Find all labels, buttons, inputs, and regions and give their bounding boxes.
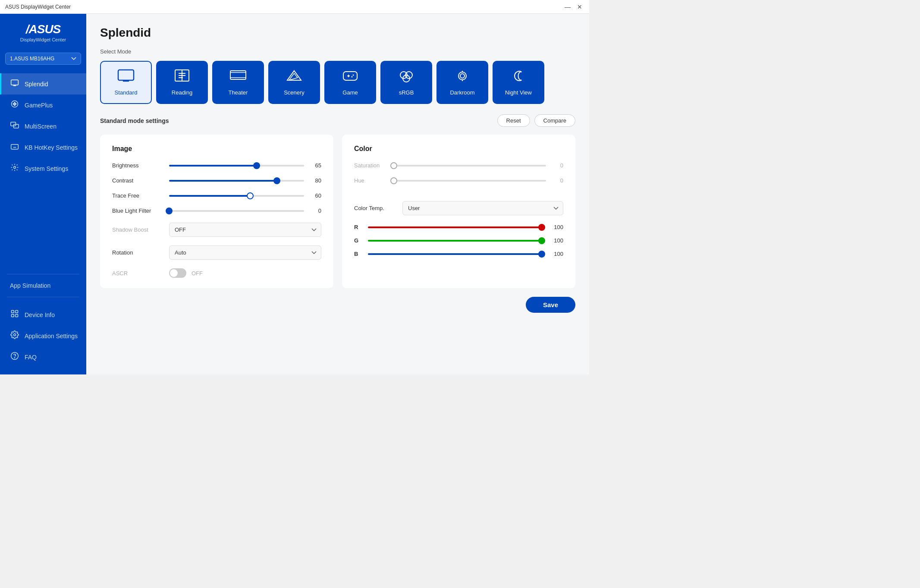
trace-free-label: Trace Free (112, 192, 164, 199)
rotation-row: Rotation Auto 0° 90° 180° 270° (112, 245, 321, 260)
trace-free-row: Trace Free 60 (112, 192, 321, 199)
game-icon (342, 69, 359, 86)
svg-rect-0 (11, 80, 19, 85)
b-slider[interactable] (368, 253, 544, 255)
saturation-slider[interactable] (394, 165, 546, 167)
svg-point-46 (460, 74, 465, 78)
hue-slider[interactable] (394, 180, 546, 182)
r-value: 100 (549, 224, 563, 230)
g-value: 100 (549, 237, 563, 244)
sidebar-item-faq[interactable]: FAQ (0, 346, 86, 368)
gameplus-icon (10, 100, 19, 110)
sidebar-bottom: Device Info Application Settings FAQ (0, 301, 86, 374)
svg-rect-32 (230, 71, 246, 79)
device-select[interactable]: 1.ASUS MB16AHG (5, 53, 81, 65)
contrast-thumb[interactable] (273, 177, 280, 184)
panels-row: Image Brightness 65 Contrast 80 (100, 135, 575, 288)
rotation-select[interactable]: Auto 0° 90° 180° 270° (169, 245, 321, 260)
compare-button[interactable]: Compare (534, 114, 575, 127)
multiscreen-icon (10, 121, 19, 132)
sidebar-item-app-simulation[interactable]: App Simulation (0, 278, 86, 293)
app-simulation-label: App Simulation (10, 282, 50, 289)
sidebar-item-gameplus[interactable]: GamePlus (0, 94, 86, 116)
brightness-slider[interactable] (169, 165, 304, 167)
kb-hotkey-label: KB HotKey Settings (25, 144, 78, 151)
trace-free-slider[interactable] (169, 195, 304, 197)
page-title: Splendid (100, 26, 575, 40)
srgb-card-label: sRGB (399, 89, 414, 96)
asus-logo: /ASUS (26, 22, 61, 36)
svg-point-3 (12, 101, 18, 107)
g-label: G (354, 237, 363, 244)
kb-hotkey-icon (10, 142, 19, 153)
mode-card-theater[interactable]: Theater (212, 61, 264, 104)
svg-rect-8 (11, 122, 16, 126)
saturation-value: 0 (551, 162, 563, 169)
trace-free-thumb[interactable] (247, 192, 254, 199)
b-label: B (354, 251, 363, 257)
reading-card-label: Reading (172, 89, 192, 96)
sidebar-item-application-settings[interactable]: Application Settings (0, 325, 86, 346)
mode-card-darkroom[interactable]: Darkroom (436, 61, 488, 104)
sidebar-logo: /ASUS DisplayWidget Center (0, 14, 86, 49)
mode-card-night-view[interactable]: Night View (493, 61, 544, 104)
sidebar-item-system-settings[interactable]: System Settings (0, 158, 86, 179)
mode-card-game[interactable]: Game (324, 61, 376, 104)
settings-mode-title: Standard mode settings (100, 117, 169, 124)
sidebar-nav: Splendid GamePlus MultiScreen KB HotKey … (0, 72, 86, 270)
close-button[interactable]: ✕ (575, 3, 584, 11)
main-content: Splendid Select Mode Standard Reading (86, 14, 589, 374)
ascr-state: OFF (192, 270, 203, 277)
r-slider-row: R 100 (354, 224, 563, 230)
ascr-row: ASCR OFF (112, 268, 321, 278)
shadow-boost-select[interactable]: OFF Level 1 Level 2 Level 3 (169, 223, 321, 237)
brightness-row: Brightness 65 (112, 162, 321, 169)
image-panel-title: Image (112, 145, 321, 153)
app-layout: /ASUS DisplayWidget Center 1.ASUS MB16AH… (0, 14, 589, 374)
b-thumb[interactable] (538, 251, 545, 258)
gameplus-label: GamePlus (25, 102, 53, 109)
blue-light-label: Blue Light Filter (112, 208, 164, 214)
svg-rect-9 (14, 124, 19, 128)
reset-button[interactable]: Reset (497, 114, 530, 127)
ascr-toggle[interactable] (169, 268, 186, 278)
svg-point-40 (353, 75, 354, 76)
saturation-label: Saturation (354, 162, 389, 169)
system-settings-icon (10, 163, 19, 174)
r-slider[interactable] (368, 226, 544, 228)
svg-rect-18 (16, 311, 18, 313)
titlebar: ASUS DisplayWidget Center — ✕ (0, 0, 589, 14)
r-thumb[interactable] (538, 224, 545, 231)
brightness-thumb[interactable] (253, 162, 260, 169)
save-button[interactable]: Save (526, 297, 575, 313)
contrast-label: Contrast (112, 177, 164, 184)
svg-point-22 (11, 352, 19, 360)
sidebar-item-multiscreen[interactable]: MultiScreen (0, 116, 86, 137)
saturation-thumb[interactable] (390, 162, 397, 169)
standard-icon (117, 69, 135, 86)
minimize-button[interactable]: — (563, 3, 572, 11)
g-thumb[interactable] (538, 237, 545, 244)
contrast-slider[interactable] (169, 180, 304, 182)
blue-light-thumb[interactable] (166, 208, 173, 214)
mode-card-reading[interactable]: Reading (156, 61, 208, 104)
blue-light-slider[interactable] (169, 210, 304, 212)
hue-row: Hue 0 (354, 177, 563, 184)
mode-card-srgb[interactable]: sRGB (380, 61, 432, 104)
mode-card-standard[interactable]: Standard (100, 61, 152, 104)
mode-card-scenery[interactable]: Scenery (268, 61, 320, 104)
standard-card-label: Standard (115, 89, 138, 96)
sidebar-item-device-info[interactable]: Device Info (0, 304, 86, 325)
hue-thumb[interactable] (390, 177, 397, 184)
splendid-icon (10, 79, 19, 89)
svg-rect-19 (12, 314, 14, 317)
srgb-icon (398, 69, 415, 86)
g-slider-row: G 100 (354, 237, 563, 244)
color-temp-select[interactable]: User Warm Normal Cool (402, 201, 563, 215)
sidebar-item-kb-hotkey[interactable]: KB HotKey Settings (0, 137, 86, 158)
night-view-icon (510, 69, 527, 86)
sidebar-item-splendid[interactable]: Splendid (0, 73, 86, 94)
g-slider[interactable] (368, 240, 544, 242)
color-temp-label: Color Temp. (354, 205, 397, 211)
ascr-toggle-knob (170, 269, 178, 277)
